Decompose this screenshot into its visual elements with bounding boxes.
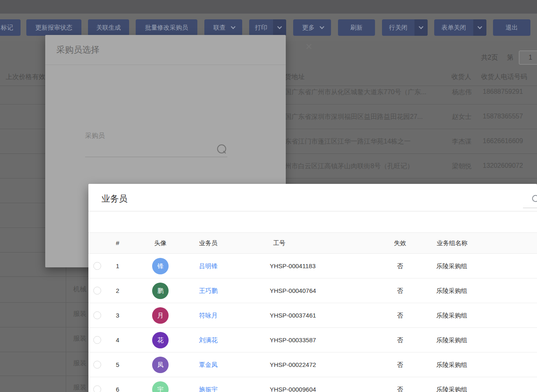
bg-receiver-cell: 赵女士 [452,113,472,121]
salesperson-link[interactable]: 施振宇 [199,386,218,392]
page-prefix-label: 第 [507,53,514,62]
form-close-button[interactable]: 表单关闭 [434,19,486,36]
refresh-label: 刷新 [349,24,364,32]
form-close-dropdown-button[interactable] [473,19,486,36]
business-group: 乐陵采购组 [436,262,467,270]
employee-id: YHSP-00037461 [270,312,316,319]
search-input-underline [523,208,537,208]
bg-phone-cell: 18688759291 [483,88,523,95]
row-radio-button[interactable] [93,361,101,369]
linked-generate-label: 关联生成 [95,24,123,32]
business-group: 乐陵采购组 [436,336,467,344]
row-radio-button[interactable] [93,336,101,344]
row-divider [0,129,45,129]
avatar: 花 [152,332,169,348]
bg-category-cell: 服装 [73,334,86,343]
col-header-invalid: 失效 [391,239,409,247]
business-group: 乐陵采购组 [436,361,467,369]
bg-receiver-cell: 杨志伟 [452,88,472,97]
table-row[interactable]: 3 月 符咏月 YHSP-00037461 否 乐陵采购组 [88,303,537,328]
row-divider [0,227,45,228]
modal-title: 采购员选择 [56,44,100,56]
purchaser-input[interactable] [85,157,227,157]
chevron-down-icon [477,24,482,29]
col-header-avatar: 头像 [152,239,169,247]
employee-id: YHSP-00022472 [270,361,316,368]
search-icon[interactable] [217,144,226,153]
dialog-title: 业务员 [102,193,127,204]
mark-button-label: 标记 [0,24,15,32]
bg-col-header-address: 货地址 [285,73,305,81]
salesperson-link[interactable]: 符咏月 [199,312,218,320]
employee-id: YHSP-00009604 [270,386,316,392]
salesperson-link[interactable]: 王巧鹏 [199,287,218,295]
refresh-button[interactable]: 刷新 [338,19,375,36]
col-header-employee-id: 工号 [273,239,285,247]
bg-phone-cell: 13202609072 [483,162,523,169]
update-approval-status-button[interactable]: 更新报审状态 [26,19,81,36]
linked-generate-button[interactable]: 关联生成 [88,19,129,36]
row-divider [286,86,537,86]
batch-modify-purchaser-button[interactable]: 批量修改采购员 [136,19,197,36]
invalid-flag: 否 [391,287,409,295]
bg-address-cell: 州市白云区江高镇茅山肉联街8号（孔旺记） [285,162,414,171]
close-icon[interactable]: ✕ [305,42,312,52]
bg-address-cell: 国广东省广州市从化区城鳌大道东770号（广东... [285,88,426,97]
table-row[interactable]: 4 花 刘满花 YHSP-00033587 否 乐陵采购组 [88,328,537,353]
print-label: 打印 [249,24,273,32]
bg-category-cell: 服装 [73,359,86,368]
mark-button[interactable]: 标记 [0,19,21,36]
table-row[interactable]: 1 锋 吕明锋 YHSP-00041183 否 乐陵采购组 [88,254,537,278]
page-number-input[interactable]: 1 [519,51,537,65]
print-dropdown-button[interactable] [273,19,286,36]
link-query-button[interactable]: 联查 [204,19,242,36]
business-group: 乐陵采购组 [436,312,467,320]
row-radio-button[interactable] [93,311,101,319]
chevron-down-icon [419,24,423,29]
chevron-down-icon [319,24,324,29]
row-radio-button[interactable] [93,262,101,270]
table-row[interactable]: 2 鹏 王巧鹏 YHSP-00040764 否 乐陵采购组 [88,278,537,303]
row-radio-button[interactable] [93,385,101,392]
row-index: 6 [112,386,123,392]
table-row[interactable]: 5 凤 覃金凤 YHSP-00022472 否 乐陵采购组 [88,353,537,377]
row-divider [0,352,88,352]
search-icon[interactable] [532,195,537,202]
more-button[interactable]: 更多 [293,19,331,36]
row-close-button[interactable]: 行关闭 [382,19,428,36]
bg-col-header-receiver: 收货人 [451,73,471,81]
bg-phone-cell: 16626616609 [483,137,523,145]
row-index: 1 [112,262,123,269]
bg-col-header-phone: 收货人电话号码 [481,73,527,81]
row-divider [0,178,45,179]
bg-address-cell: 东省江门市蓬江区江华一路江华苑14栋之一 [285,137,411,146]
exit-button[interactable]: 退出 [493,19,530,36]
batch-modify-purchaser-label: 批量修改采购员 [144,24,190,32]
chevron-down-icon [277,24,282,29]
row-close-label: 行关闭 [382,24,414,32]
row-divider [286,104,537,104]
employee-id: YHSP-00033587 [270,336,316,343]
row-close-dropdown-button[interactable] [414,19,428,36]
salesperson-link[interactable]: 吕明锋 [199,262,218,270]
invalid-flag: 否 [391,312,409,320]
invalid-flag: 否 [391,386,409,392]
col-header-group: 业务组名称 [437,239,468,247]
employee-id: YHSP-00040764 [270,287,316,294]
bg-receiver-cell: 梁朝悦 [452,162,472,171]
row-divider [0,104,45,104]
table-header-row: # 头像 业务员 工号 失效 业务组名称 [88,232,537,254]
top-strip [0,0,537,14]
table-row[interactable]: 6 宇 施振宇 YHSP-00009604 否 乐陵采购组 [88,377,537,392]
more-label: 更多 [301,24,316,32]
print-button[interactable]: 打印 [249,19,286,36]
salesperson-link[interactable]: 覃金凤 [199,361,218,369]
row-radio-button[interactable] [93,287,101,295]
column-divider [66,267,66,392]
row-index: 4 [112,336,123,343]
link-query-label: 联查 [212,24,227,32]
form-close-label: 表单关闭 [434,24,473,32]
salesperson-link[interactable]: 刘满花 [199,336,218,344]
bg-address-cell: 国广东省深圳市深圳福田区益田路益田花园27... [285,113,423,121]
row-divider [286,178,537,179]
